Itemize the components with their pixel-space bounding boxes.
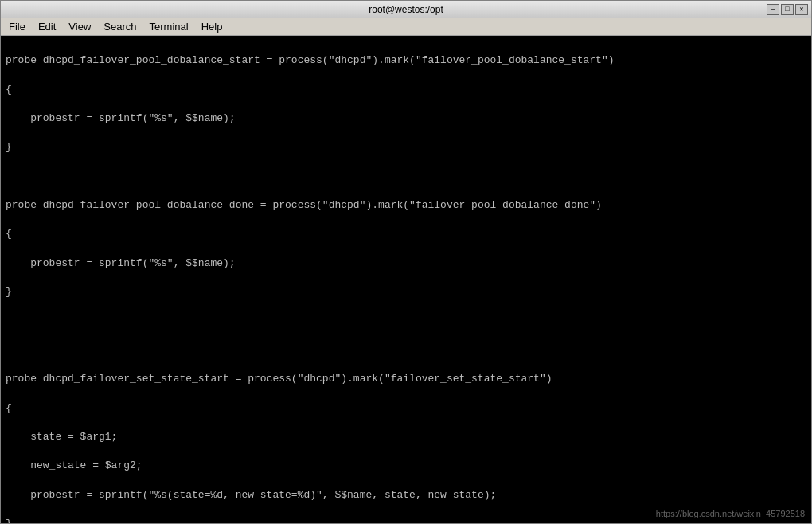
terminal-line-10 [6,315,806,329]
terminal-line-2: { [6,83,806,97]
terminal-line-14: state = $arg1; [6,430,806,444]
terminal-line-4: } [6,140,806,154]
menu-file[interactable]: File [2,19,32,34]
watermark: https://blog.csdn.net/weixin_45792518 [656,508,805,520]
terminal-line-6: probe dhcpd_failover_pool_dobalance_done… [6,198,806,213]
terminal-line-15: new_state = $arg2; [6,459,806,473]
close-button[interactable]: ✕ [795,4,808,15]
terminal-line-16: probestr = sprintf("%s(state=%d, new_sta… [6,488,806,502]
menu-edit[interactable]: Edit [32,19,62,34]
terminal-line-7: { [6,227,806,241]
terminal-line-8: probestr = sprintf("%s", $$name); [6,256,806,271]
menu-bar: File Edit View Search Terminal Help [1,18,811,36]
terminal-line-13: { [6,401,806,416]
terminal-line-3: probestr = sprintf("%s", $$name); [6,111,806,126]
terminal-line-1: probe dhcpd_failover_pool_dobalance_star… [6,53,806,68]
window-controls: — □ ✕ [767,4,808,15]
terminal-line-9: } [6,285,806,299]
terminal-line-5 [6,170,806,184]
terminal-line-12: probe dhcpd_failover_set_state_start = p… [6,372,806,386]
menu-help[interactable]: Help [195,19,229,34]
title-bar: root@westos:/opt — □ ✕ [1,1,811,18]
terminal-line-11 [6,343,806,358]
menu-terminal[interactable]: Terminal [143,19,195,34]
menu-search[interactable]: Search [97,19,142,34]
terminal-window: root@westos:/opt — □ ✕ File Edit View Se… [0,0,812,524]
window-title: root@westos:/opt [45,4,767,15]
maximize-button[interactable]: □ [781,4,794,15]
menu-view[interactable]: View [62,19,97,34]
minimize-button[interactable]: — [767,4,779,15]
terminal-body[interactable]: probe dhcpd_failover_pool_dobalance_star… [1,36,811,523]
